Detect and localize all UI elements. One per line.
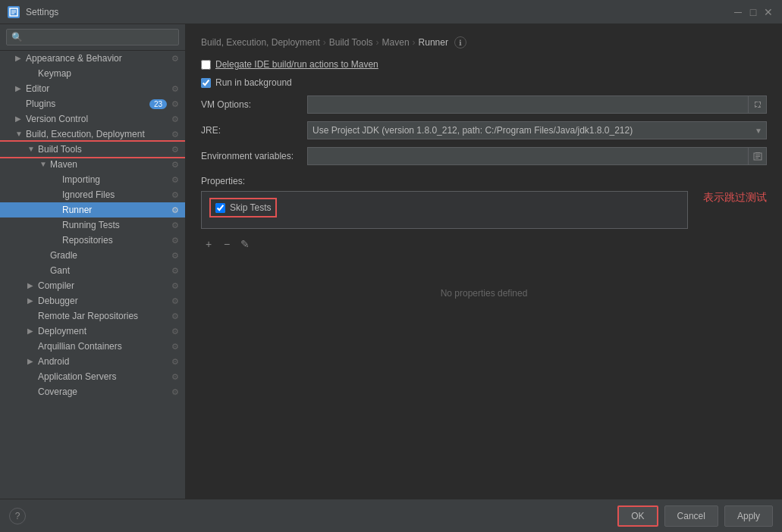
- skip-tests-label[interactable]: Skip Tests: [215, 202, 271, 213]
- expand-arrow: ▼: [15, 130, 24, 139]
- settings-icon: ⚙: [171, 236, 179, 246]
- cancel-button[interactable]: Cancel: [664, 505, 718, 527]
- sidebar-item-gradle[interactable]: Gradle ⚙: [0, 248, 185, 263]
- vm-options-input[interactable]: [307, 95, 749, 114]
- help-button[interactable]: ?: [9, 508, 26, 524]
- remove-property-button[interactable]: −: [219, 236, 234, 252]
- expand-arrow: [52, 221, 61, 230]
- sidebar-item-android[interactable]: ▶ Android ⚙: [0, 354, 185, 369]
- expand-arrow: ▶: [15, 84, 24, 93]
- delegate-checkbox[interactable]: [201, 60, 211, 70]
- expand-arrow: [52, 236, 61, 245]
- sidebar-item-runner[interactable]: Runner ⚙: [0, 202, 185, 217]
- breadcrumb-sep-3: ›: [413, 37, 416, 48]
- sidebar-item-label: Appearance & Behavior: [26, 53, 170, 64]
- settings-icon: ⚙: [171, 296, 179, 306]
- breadcrumb-part-1: Build, Execution, Deployment: [201, 37, 320, 48]
- edit-property-button[interactable]: ✎: [237, 236, 253, 252]
- sidebar-item-importing[interactable]: Importing ⚙: [0, 172, 185, 187]
- breadcrumb-info-button[interactable]: ℹ: [454, 36, 466, 49]
- delegate-label-text: Delegate IDE build/run actions to Maven: [215, 59, 378, 70]
- expand-arrow: [52, 175, 61, 184]
- apply-button[interactable]: Apply: [724, 505, 773, 527]
- maximize-button[interactable]: □: [747, 6, 759, 18]
- sidebar-item-compiler[interactable]: ▶ Compiler ⚙: [0, 278, 185, 293]
- settings-icon: ⚙: [171, 357, 179, 367]
- properties-container: Skip Tests 表示跳过测试: [201, 191, 767, 232]
- sidebar-item-build-tools[interactable]: ▼ Build Tools ⚙: [0, 142, 185, 157]
- settings-icon: ⚙: [171, 130, 179, 139]
- sidebar-item-label: Deployment: [38, 326, 170, 336]
- breadcrumb-part-2: Build Tools: [329, 37, 373, 48]
- sidebar-item-label: Coverage: [38, 386, 170, 397]
- settings-icon: ⚙: [171, 372, 179, 382]
- settings-icon: ⚙: [171, 266, 179, 276]
- expand-arrow: ▶: [27, 327, 36, 336]
- settings-icon: ⚙: [171, 327, 179, 336]
- sidebar-item-appearance[interactable]: ▶ Appearance & Behavior ⚙: [0, 51, 185, 66]
- run-background-checkbox[interactable]: [201, 78, 211, 88]
- sidebar-item-ignored-files[interactable]: Ignored Files ⚙: [0, 187, 185, 202]
- sidebar-item-label: Build, Execution, Deployment: [26, 129, 170, 139]
- sidebar-item-app-servers[interactable]: Application Servers ⚙: [0, 369, 185, 384]
- sidebar-item-plugins[interactable]: Plugins 23 ⚙: [0, 96, 185, 111]
- sidebar-item-repositories[interactable]: Repositories ⚙: [0, 233, 185, 248]
- settings-icon: ⚙: [171, 99, 179, 109]
- sidebar-item-label: Editor: [26, 83, 170, 94]
- sidebar-item-maven[interactable]: ▼ Maven ⚙: [0, 157, 185, 172]
- sidebar-item-label: Runner: [62, 205, 170, 215]
- main-container: ▶ Appearance & Behavior ⚙ Keymap ▶ Edito…: [0, 24, 782, 499]
- sidebar-item-build-exec-deploy[interactable]: ▼ Build, Execution, Deployment ⚙: [0, 127, 185, 142]
- skip-tests-row: Skip Tests: [209, 198, 277, 217]
- settings-icon: ⚙: [171, 160, 179, 170]
- env-variables-input[interactable]: [307, 147, 749, 165]
- settings-icon: ⚙: [171, 311, 179, 321]
- expand-arrow: [39, 266, 49, 275]
- settings-icon: ⚙: [171, 251, 179, 261]
- titlebar: Settings ─ □ ✕: [0, 0, 782, 24]
- sidebar-item-label: Build Tools: [38, 144, 170, 155]
- run-background-label[interactable]: Run in background: [201, 77, 292, 88]
- sidebar-item-gant[interactable]: Gant ⚙: [0, 263, 185, 278]
- window-controls: ─ □ ✕: [732, 6, 774, 18]
- close-button[interactable]: ✕: [762, 6, 774, 18]
- jre-select[interactable]: Use Project JDK (version 1.8.0_212, path…: [307, 121, 767, 139]
- properties-section-header: Properties:: [201, 176, 767, 186]
- minimize-button[interactable]: ─: [732, 6, 744, 18]
- breadcrumb-sep-2: ›: [376, 37, 379, 48]
- sidebar-item-keymap[interactable]: Keymap: [0, 66, 185, 81]
- sidebar-item-label: Running Tests: [62, 220, 170, 230]
- vm-options-label: VM Options:: [201, 99, 307, 110]
- env-variables-clipboard-button[interactable]: [749, 147, 767, 165]
- svg-rect-6: [755, 155, 760, 155]
- add-property-button[interactable]: +: [201, 236, 216, 252]
- breadcrumb: Build, Execution, Deployment › Build Too…: [201, 36, 767, 49]
- expand-arrow: ▶: [15, 54, 24, 63]
- delegate-checkbox-row: Delegate IDE build/run actions to Maven: [201, 59, 767, 70]
- skip-tests-label-text: Skip Tests: [230, 202, 271, 213]
- skip-tests-checkbox[interactable]: [215, 203, 225, 213]
- sidebar-item-coverage[interactable]: Coverage ⚙: [0, 384, 185, 399]
- sidebar-item-arquillian[interactable]: Arquillian Containers ⚙: [0, 339, 185, 354]
- bottom-bar: ? OK Cancel Apply: [0, 499, 782, 532]
- settings-icon: ⚙: [171, 145, 179, 155]
- sidebar-item-editor[interactable]: ▶ Editor ⚙: [0, 81, 185, 96]
- sidebar-item-version-control[interactable]: ▶ Version Control ⚙: [0, 111, 185, 127]
- sidebar-item-debugger[interactable]: ▶ Debugger ⚙: [0, 293, 185, 308]
- expand-arrow: [15, 99, 24, 108]
- delegate-label[interactable]: Delegate IDE build/run actions to Maven: [201, 59, 378, 70]
- expand-arrow: ▶: [15, 114, 24, 124]
- sidebar-item-remote-jar[interactable]: Remote Jar Repositories ⚙: [0, 308, 185, 324]
- expand-arrow: ▼: [27, 145, 36, 154]
- expand-arrow: [39, 251, 49, 260]
- sidebar-item-label: Debugger: [38, 296, 170, 306]
- ok-button[interactable]: OK: [617, 505, 658, 527]
- vm-options-expand-button[interactable]: [749, 95, 767, 114]
- sidebar-item-label: Application Servers: [38, 371, 170, 382]
- sidebar-item-label: Importing: [62, 174, 170, 185]
- jre-label: JRE:: [201, 125, 307, 136]
- sidebar-item-deployment[interactable]: ▶ Deployment ⚙: [0, 324, 185, 339]
- expand-arrow: [27, 387, 36, 396]
- search-input[interactable]: [6, 29, 179, 45]
- sidebar-item-running-tests[interactable]: Running Tests ⚙: [0, 217, 185, 233]
